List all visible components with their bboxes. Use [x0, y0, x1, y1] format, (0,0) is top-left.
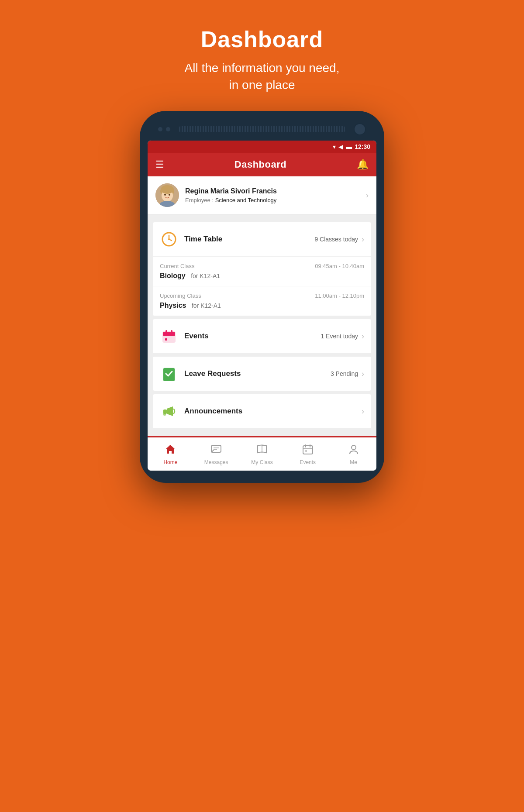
user-role: Employee : Science and Technology	[185, 197, 366, 203]
upcoming-class-header: Upcoming Class 11:00am - 12.10pm	[160, 292, 364, 299]
battery-icon: ▬	[346, 143, 352, 150]
svg-rect-26	[303, 446, 313, 454]
timetable-card-header[interactable]: Time Table 9 Classes today ›	[153, 222, 371, 256]
upcoming-class-subject: Physics	[160, 302, 186, 309]
nav-item-home[interactable]: Home	[148, 442, 193, 467]
current-class-type-label: Current Class	[160, 263, 194, 269]
speaker-dot-1	[158, 127, 162, 131]
events-card-header[interactable]: Events 1 Event today ›	[153, 319, 371, 353]
announcements-card-header[interactable]: Announcements ›	[153, 394, 371, 428]
phone-screen: ▾ ◀ ▬ 12:30 ☰ Dashboard 🔔	[148, 141, 376, 471]
svg-point-3	[161, 185, 174, 194]
phone-camera	[354, 123, 366, 135]
nav-item-myclass[interactable]: My Class	[239, 442, 285, 467]
user-card[interactable]: Regina Maria Sivori Francis Employee : S…	[148, 176, 376, 214]
hamburger-icon[interactable]: ☰	[155, 159, 164, 170]
user-info: Regina Maria Sivori Francis Employee : S…	[185, 187, 366, 203]
phone-speaker-dots	[158, 127, 170, 131]
signal-icon: ◀	[338, 143, 343, 150]
upcoming-class-time: 11:00am - 12.10pm	[315, 292, 364, 299]
me-icon	[348, 444, 359, 458]
svg-point-10	[168, 238, 170, 240]
events-card: Events 1 Event today ›	[153, 319, 371, 353]
speaker-dot-2	[166, 127, 170, 131]
svg-point-4	[164, 194, 166, 196]
timetable-card: Time Table 9 Classes today › Current Cla…	[153, 222, 371, 316]
phone-top-bar	[148, 123, 376, 141]
svg-marker-19	[167, 406, 173, 416]
user-role-value: Science and Technology	[215, 197, 277, 203]
phone-device: ▾ ◀ ▬ 12:30 ☰ Dashboard 🔔	[140, 111, 384, 483]
svg-marker-21	[165, 445, 175, 454]
timetable-count: 9 Classes today	[314, 236, 358, 243]
events-label: Events	[184, 332, 321, 341]
clock-icon	[160, 230, 178, 248]
announcements-label: Announcements	[184, 407, 358, 416]
phone-speaker-grille	[179, 126, 345, 132]
events-nav-icon	[302, 444, 314, 458]
events-chevron-icon: ›	[362, 332, 364, 341]
svg-rect-20	[163, 413, 166, 416]
announcements-chevron-icon: ›	[362, 407, 364, 416]
nav-label-myclass: My Class	[251, 459, 272, 465]
svg-rect-14	[171, 330, 172, 334]
avatar-svg	[155, 183, 179, 207]
wifi-icon: ▾	[333, 143, 336, 150]
app-bar: ☰ Dashboard 🔔	[148, 153, 376, 176]
leave-requests-label: Leave Requests	[184, 369, 331, 378]
current-class-time: 09:45am - 10.40am	[315, 263, 364, 269]
status-bar: ▾ ◀ ▬ 12:30	[148, 141, 376, 153]
svg-rect-12	[163, 332, 175, 336]
upcoming-class-type-label: Upcoming Class	[160, 292, 201, 299]
current-class-group: for K12-A1	[191, 272, 220, 279]
svg-point-31	[352, 445, 356, 450]
nav-label-me: Me	[350, 459, 357, 465]
cards-area: Time Table 9 Classes today › Current Cla…	[148, 214, 376, 436]
page-header: Dashboard All the information you need, …	[185, 0, 340, 111]
notification-bell-icon[interactable]: 🔔	[357, 159, 369, 170]
announcements-card: Announcements ›	[153, 394, 371, 428]
current-class-subject-row: Biology for K12-A1	[160, 272, 364, 280]
messages-icon	[210, 444, 222, 458]
page-title: Dashboard	[185, 26, 340, 52]
bottom-navigation: Home Messages	[148, 436, 376, 471]
svg-rect-30	[305, 450, 307, 452]
current-class-item: Current Class 09:45am - 10.40am Biology …	[153, 256, 371, 286]
upcoming-class-group: for K12-A1	[192, 302, 221, 309]
status-time: 12:30	[355, 143, 370, 150]
myclass-icon	[256, 444, 268, 458]
current-class-subject: Biology	[160, 272, 186, 279]
avatar	[155, 183, 179, 207]
nav-label-messages: Messages	[204, 459, 228, 465]
nav-label-events: Events	[300, 459, 316, 465]
upcoming-class-subject-row: Physics for K12-A1	[160, 302, 364, 310]
nav-item-events[interactable]: Events	[285, 442, 331, 467]
announce-icon	[160, 402, 178, 420]
leave-requests-count: 3 Pending	[331, 370, 358, 377]
leave-requests-card-header[interactable]: Leave Requests 3 Pending ›	[153, 357, 371, 391]
leave-requests-card: Leave Requests 3 Pending ›	[153, 357, 371, 391]
app-bar-title: Dashboard	[234, 159, 286, 170]
user-card-chevron-icon: ›	[366, 191, 369, 200]
current-class-header: Current Class 09:45am - 10.40am	[160, 263, 364, 269]
timetable-chevron-icon: ›	[362, 235, 364, 244]
nav-item-messages[interactable]: Messages	[193, 442, 239, 467]
svg-rect-15	[165, 338, 167, 341]
nav-label-home: Home	[163, 459, 177, 465]
timetable-label: Time Table	[184, 235, 314, 244]
nav-item-me[interactable]: Me	[331, 442, 376, 467]
leave-requests-chevron-icon: ›	[362, 369, 364, 378]
calendar-icon	[160, 327, 178, 345]
upcoming-class-item: Upcoming Class 11:00am - 12.10pm Physics…	[153, 286, 371, 316]
home-icon	[165, 444, 176, 458]
status-icons: ▾ ◀ ▬ 12:30	[333, 143, 370, 150]
page-subtitle: All the information you need, in one pla…	[185, 59, 340, 93]
leave-icon	[160, 365, 178, 383]
svg-point-5	[169, 194, 170, 196]
svg-rect-13	[165, 330, 167, 334]
events-count: 1 Event today	[321, 333, 358, 340]
user-name: Regina Maria Sivori Francis	[185, 187, 366, 195]
